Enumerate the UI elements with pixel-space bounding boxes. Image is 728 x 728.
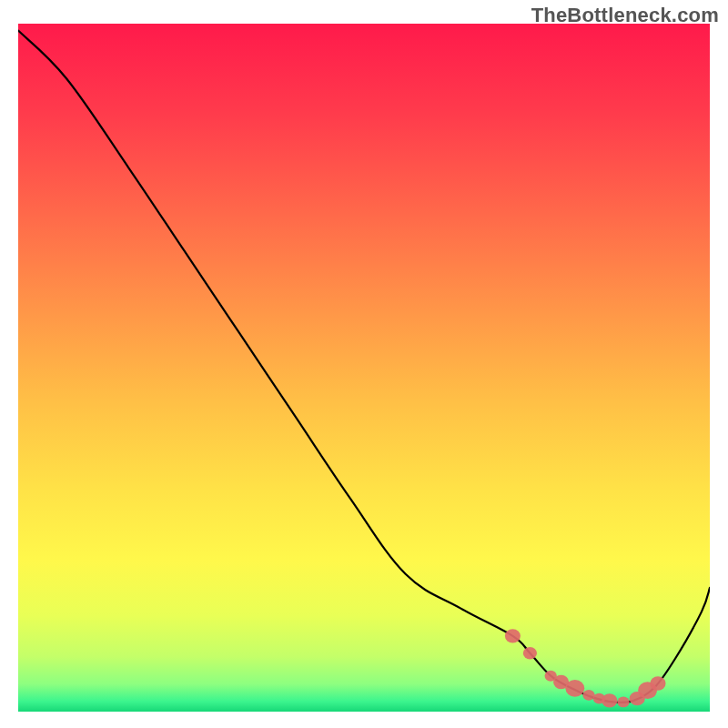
highlight-dot (650, 676, 665, 690)
highlight-dot (523, 647, 537, 660)
highlight-dot (565, 680, 584, 697)
highlight-dot (617, 696, 629, 707)
gradient-background (18, 24, 710, 712)
chart-frame: TheBottleneck.com (0, 0, 728, 728)
chart-svg (18, 24, 710, 712)
highlight-dot (582, 690, 594, 701)
highlight-dot (602, 693, 617, 707)
highlight-dot (505, 629, 521, 642)
plot-area (18, 24, 710, 712)
watermark-text: TheBottleneck.com (531, 4, 719, 27)
